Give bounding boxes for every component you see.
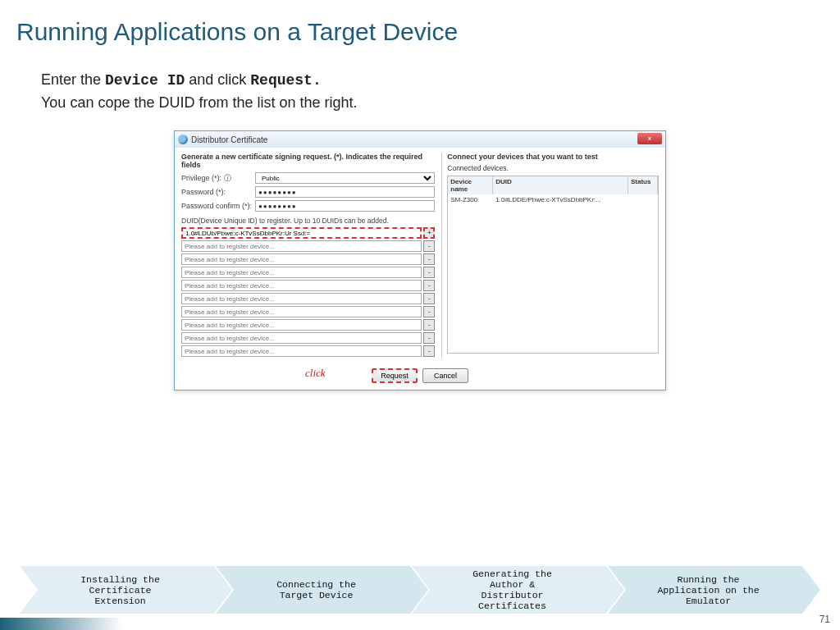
- password-confirm-input[interactable]: ●●●●●●●●: [255, 200, 435, 212]
- cancel-button[interactable]: Cancel: [422, 368, 468, 383]
- close-icon[interactable]: ×: [637, 133, 662, 144]
- password-confirm-label: Password confirm (*):: [181, 202, 255, 210]
- instr-text: and click: [185, 71, 250, 88]
- duid-input[interactable]: [181, 345, 422, 357]
- duid-input[interactable]: [181, 319, 422, 331]
- cell-duid: 1.0#LDDE/Pbwe:c-XTvSsDbbPKr:...: [493, 194, 628, 205]
- dialog-title: Distributor Certificate: [191, 135, 267, 144]
- duid-remove-button[interactable]: -: [423, 267, 435, 278]
- instr-device-id: Device ID: [105, 72, 185, 89]
- duid-input[interactable]: [181, 267, 422, 278]
- distributor-certificate-dialog: Distributor Certificate × Generate a new…: [174, 130, 666, 390]
- instr-line2: You can cope the DUID from the list on t…: [41, 92, 799, 114]
- device-table: Device name DUID Status SM-Z300 1.0#LDDE…: [447, 176, 659, 354]
- click-annotation: click: [305, 367, 326, 380]
- th-duid: DUID: [493, 176, 628, 194]
- instr-request: Request.: [250, 72, 321, 89]
- table-row[interactable]: SM-Z300 1.0#LDDE/Pbwe:c-XTvSsDbbPKr:...: [448, 194, 658, 205]
- request-button[interactable]: Request: [372, 368, 418, 383]
- instr-text: Enter the: [41, 71, 105, 88]
- password-input[interactable]: ●●●●●●●●: [255, 186, 435, 198]
- cell-status: [628, 194, 658, 205]
- duid-remove-button[interactable]: -: [423, 253, 435, 265]
- page-number: 71: [819, 614, 830, 625]
- footer-gradient: [0, 618, 123, 630]
- duid-remove-button[interactable]: -: [423, 345, 435, 357]
- duid-input[interactable]: [181, 280, 422, 291]
- right-subtitle2: Connected devices.: [447, 164, 659, 172]
- left-subtitle: Generate a new certificate signing reque…: [181, 153, 435, 169]
- duid-input[interactable]: [181, 253, 422, 265]
- privilege-label: Privilege (*): ⓘ: [181, 173, 255, 184]
- duid-input[interactable]: [181, 240, 422, 252]
- duid-add-button[interactable]: +: [423, 227, 435, 239]
- duid-input-1[interactable]: [181, 227, 422, 239]
- duid-remove-button[interactable]: -: [423, 332, 435, 344]
- dialog-icon: [178, 135, 188, 144]
- privilege-select[interactable]: Public: [255, 172, 435, 184]
- duid-list: + - - - - - - - - -: [181, 227, 435, 357]
- duid-note: DUID(Device Unique ID) to register. Up t…: [181, 217, 435, 225]
- duid-remove-button[interactable]: -: [423, 240, 435, 252]
- duid-input[interactable]: [181, 306, 422, 317]
- duid-remove-button[interactable]: -: [423, 306, 435, 317]
- chevron-step-2: Connecting theTarget Device: [216, 566, 428, 614]
- page-title: Running Applications on a Target Device: [0, 0, 840, 46]
- step-chevrons: Installing theCertificateExtension Conne…: [0, 566, 840, 614]
- chevron-step-4: Running theApplication on theEmulator: [608, 566, 820, 614]
- chevron-step-3: Generating theAuthor &DistributorCertifi…: [412, 566, 624, 614]
- th-device-name: Device name: [448, 176, 493, 194]
- instructions: Enter the Device ID and click Request. Y…: [0, 46, 840, 122]
- duid-input[interactable]: [181, 332, 422, 344]
- duid-remove-button[interactable]: -: [423, 293, 435, 304]
- cell-name: SM-Z300: [448, 194, 493, 205]
- right-subtitle: Connect your devices that you want to te…: [447, 153, 659, 161]
- th-status: Status: [628, 176, 658, 194]
- duid-remove-button[interactable]: -: [423, 280, 435, 291]
- chevron-step-1: Installing theCertificateExtension: [20, 566, 232, 614]
- right-pane: Connect your devices that you want to te…: [441, 153, 659, 358]
- left-pane: Generate a new certificate signing reque…: [181, 153, 435, 358]
- duid-input[interactable]: [181, 293, 422, 304]
- duid-remove-button[interactable]: -: [423, 319, 435, 331]
- dialog-titlebar: Distributor Certificate ×: [175, 131, 665, 148]
- password-label: Password (*):: [181, 188, 255, 196]
- dialog-buttons: click Request Cancel: [175, 363, 665, 390]
